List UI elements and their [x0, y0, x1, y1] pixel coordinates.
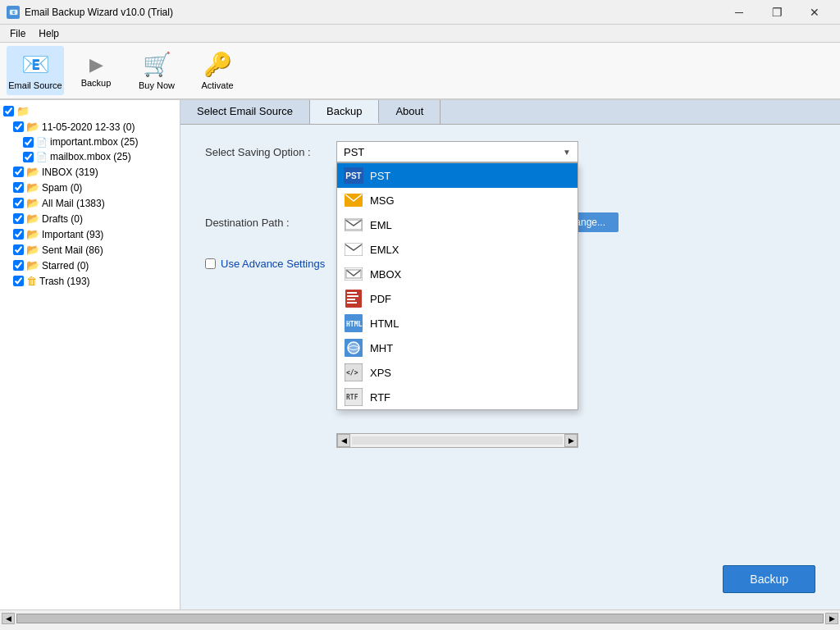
menu-help[interactable]: Help [32, 26, 66, 41]
mbox-icon-2: 📄 [36, 152, 48, 162]
sent-icon: 📂 [26, 244, 39, 256]
buy-now-label: Buy Now [139, 80, 175, 90]
maximize-button[interactable]: ❐ [758, 0, 796, 25]
dropdown-item-mbox[interactable]: MBOX [337, 262, 578, 286]
menu-file[interactable]: File [3, 26, 32, 41]
tree-root[interactable]: 📁 [3, 103, 176, 119]
dropdown-item-pst[interactable]: PST PST [337, 163, 578, 188]
right-panel: Select Email Source Backup About Select … [180, 100, 840, 609]
window-title: Email Backup Wizard v10.0 (Trial) [25, 7, 173, 18]
pst-icon: PST [344, 167, 363, 184]
tree-item-important-mbox[interactable]: 📄 important.mbox (25) [23, 135, 176, 149]
sent-checkbox[interactable] [13, 244, 24, 255]
advance-settings-checkbox[interactable] [205, 258, 216, 269]
minimize-button[interactable]: ─ [720, 0, 758, 25]
important-folder-checkbox[interactable] [13, 229, 24, 240]
eml-label: EML [370, 219, 392, 231]
rtf-icon: RTF [344, 389, 363, 405]
date-label: 11-05-2020 12-33 (0) [42, 121, 135, 133]
drafts-checkbox[interactable] [13, 213, 24, 224]
svg-rect-4 [345, 267, 363, 281]
html-icon: HTML [344, 315, 363, 331]
important-checkbox[interactable] [23, 137, 34, 148]
toolbar-buy-now[interactable]: 🛒 Buy Now [128, 46, 185, 95]
toolbar-email-source[interactable]: 📧 Email Source [7, 46, 64, 95]
tree-item-important[interactable]: 📂 Important (93) [13, 226, 176, 242]
svg-text:HTML: HTML [346, 321, 362, 328]
inbox-checkbox[interactable] [13, 167, 24, 177]
tree-item-sent[interactable]: 📂 Sent Mail (86) [13, 242, 176, 258]
scroll-left-btn[interactable]: ◀ [337, 434, 350, 447]
dropdown-item-pdf[interactable]: PDF [337, 286, 578, 311]
email-source-label: Email Source [8, 80, 62, 90]
spam-icon: 📂 [26, 181, 39, 194]
left-panel: 📁 📂 11-05-2020 12-33 (0) 📄 important.mbo… [0, 100, 180, 609]
important-folder-icon: 📂 [26, 228, 39, 240]
tree-item-all-mail[interactable]: 📂 All Mail (1383) [13, 195, 176, 211]
dropdown-arrow-icon: ▼ [563, 148, 571, 157]
tree-item-drafts[interactable]: 📂 Drafts (0) [13, 211, 176, 226]
date-checkbox[interactable] [13, 121, 24, 132]
emlx-label: EMLX [370, 244, 399, 256]
spam-checkbox[interactable] [13, 182, 24, 193]
bottom-scroll-right[interactable]: ▶ [825, 613, 838, 624]
tree-item-mailbox-mbox[interactable]: 📄 mailbox.mbox (25) [23, 149, 176, 164]
root-checkbox[interactable] [3, 106, 14, 116]
scroll-right-btn[interactable]: ▶ [564, 434, 578, 447]
advance-settings-label[interactable]: Use Advance Settings [221, 258, 325, 270]
root-folder-icon: 📁 [16, 105, 30, 117]
tree-item-starred[interactable]: 📂 Starred (0) [13, 258, 176, 273]
toolbar-activate[interactable]: 🔑 Activate [189, 46, 246, 95]
tabs: Select Email Source Backup About [180, 100, 840, 125]
tree-item-inbox[interactable]: 📂 INBOX (319) [13, 164, 176, 180]
dropdown-item-rtf[interactable]: RTF RTF [337, 385, 578, 409]
dropdown-item-xps[interactable]: </> XPS [337, 360, 578, 385]
eml-icon [344, 217, 363, 233]
buy-now-icon: 🛒 [143, 51, 171, 78]
dropdown-item-html[interactable]: HTML HTML [337, 311, 578, 336]
mbox-icon-1: 📄 [36, 137, 48, 148]
dropdown-item-emlx[interactable]: EMLX [337, 237, 578, 262]
menu-bar: File Help [0, 25, 840, 43]
dropdown-item-msg[interactable]: MSG [337, 188, 578, 212]
tree-item-spam[interactable]: 📂 Spam (0) [13, 180, 176, 195]
inbox-icon: 📂 [26, 166, 39, 178]
tab-backup[interactable]: Backup [310, 100, 379, 124]
bottom-scroll-left[interactable]: ◀ [2, 613, 15, 624]
format-dropdown-list[interactable]: PST PST MSG [336, 162, 578, 410]
mailbox-checkbox[interactable] [23, 152, 34, 162]
tree-item-date[interactable]: 📂 11-05-2020 12-33 (0) [13, 119, 176, 135]
dropdown-item-eml[interactable]: EML [337, 212, 578, 237]
trash-checkbox[interactable] [13, 276, 24, 286]
backup-btn-area: Backup [723, 565, 815, 593]
tab-select-email-source[interactable]: Select Email Source [180, 100, 310, 124]
allmail-icon: 📂 [26, 197, 39, 209]
svg-text:RTF: RTF [346, 394, 358, 401]
tab-about[interactable]: About [379, 100, 441, 124]
svg-rect-9 [347, 299, 355, 300]
svg-rect-10 [347, 302, 357, 304]
allmail-checkbox[interactable] [13, 198, 24, 208]
svg-text:</>: </> [346, 369, 358, 377]
xps-label: XPS [370, 367, 391, 379]
backup-button[interactable]: Backup [723, 565, 815, 593]
close-button[interactable]: ✕ [796, 0, 833, 25]
dropdown-item-mht[interactable]: MHT [337, 336, 578, 360]
spam-label: Spam (0) [42, 182, 82, 194]
bottom-scrollbar: ◀ ▶ [0, 609, 840, 626]
saving-option-select[interactable]: PST ▼ [336, 141, 578, 162]
starred-checkbox[interactable] [13, 260, 24, 271]
title-bar-controls: ─ ❐ ✕ [720, 0, 833, 25]
hscroll-track [352, 436, 563, 445]
drafts-icon: 📂 [26, 212, 39, 225]
svg-rect-7 [347, 292, 357, 294]
pdf-label: PDF [370, 293, 391, 305]
saving-option-value: PST [344, 146, 364, 158]
msg-icon [344, 192, 363, 208]
main-layout: 📁 📂 11-05-2020 12-33 (0) 📄 important.mbo… [0, 100, 840, 609]
svg-rect-3 [345, 243, 363, 256]
pdf-icon [344, 290, 363, 307]
app-icon: 📧 [7, 6, 20, 19]
tree-item-trash[interactable]: 🗑 Trash (193) [13, 273, 176, 289]
toolbar-backup[interactable]: ▶ Backup [67, 46, 125, 95]
